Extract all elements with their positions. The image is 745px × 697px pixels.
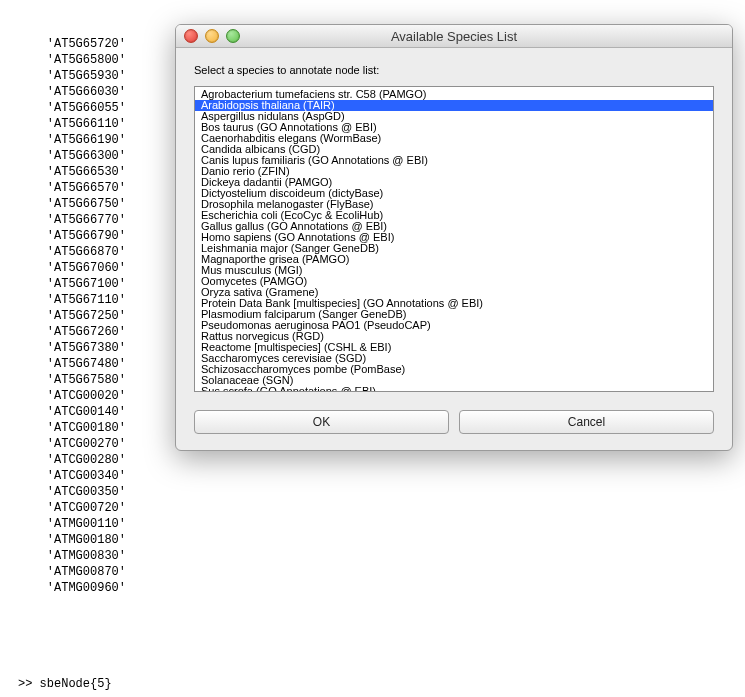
gene-id-line: 'ATCG00280' — [18, 452, 745, 468]
window-controls — [184, 29, 240, 43]
gene-id-line: 'ATMG00870' — [18, 564, 745, 580]
dialog-prompt: Select a species to annotate node list: — [194, 64, 714, 76]
species-dialog: Available Species List Select a species … — [175, 24, 733, 451]
species-listbox[interactable]: Agrobacterium tumefaciens str. C58 (PAMG… — [194, 86, 714, 392]
gene-id-line: 'ATMG00830' — [18, 548, 745, 564]
gene-id-line: 'ATCG00720' — [18, 500, 745, 516]
gene-id-line: 'ATMG00180' — [18, 532, 745, 548]
gene-id-line: 'ATCG00340' — [18, 468, 745, 484]
console-command: >> sbeNode{5} — [18, 676, 745, 692]
zoom-icon[interactable] — [226, 29, 240, 43]
gene-id-line: 'ATCG00350' — [18, 484, 745, 500]
dialog-title: Available Species List — [391, 29, 517, 44]
ok-button[interactable]: OK — [194, 410, 449, 434]
minimize-icon[interactable] — [205, 29, 219, 43]
species-option[interactable]: Sus scrofa (GO Annotations @ EBI) — [195, 386, 713, 392]
dialog-titlebar: Available Species List — [176, 25, 732, 48]
gene-id-line: 'ATMG00960' — [18, 580, 745, 596]
cancel-button[interactable]: Cancel — [459, 410, 714, 434]
close-icon[interactable] — [184, 29, 198, 43]
gene-id-line: 'ATMG00110' — [18, 516, 745, 532]
